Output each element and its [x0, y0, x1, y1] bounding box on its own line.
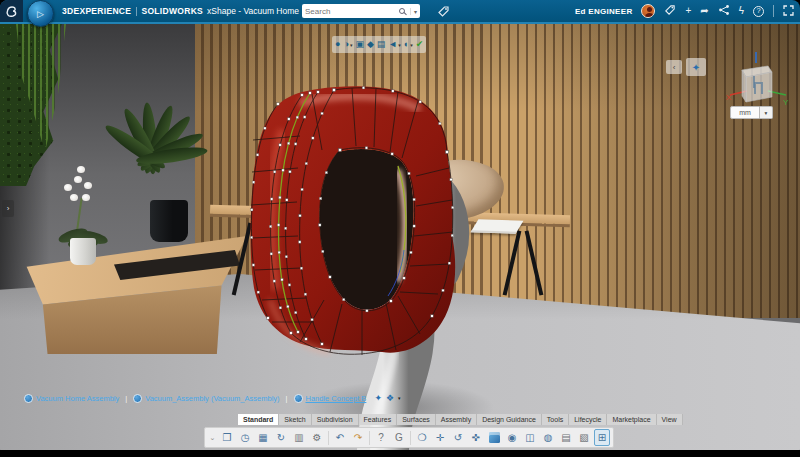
tab-design-guidance[interactable]: Design Guidance	[477, 414, 542, 425]
refresh-icon[interactable]: ↻	[273, 429, 289, 446]
breadcrumb-item-assembly[interactable]: Vacuum_Assembly (Vacuum_Assembly)	[133, 394, 279, 403]
new-content-icon[interactable]: ❐	[219, 429, 235, 446]
toolbar-divider	[369, 431, 370, 445]
assembly-icon	[24, 394, 33, 403]
redo-icon[interactable]: ↷	[350, 429, 366, 446]
settings-gear-icon[interactable]: ⚙	[309, 429, 325, 446]
search-icon[interactable]	[399, 8, 405, 14]
breadcrumb-tools: ✦ ❖ ▾	[374, 393, 400, 403]
units-caret-icon[interactable]: ▾	[760, 106, 773, 119]
help-icon[interactable]: ?	[373, 429, 389, 446]
expand-view-icon[interactable]: ⊞	[594, 429, 610, 446]
3d-viewport[interactable]: ● ◑▾ ▣ ◆ ▤ ◄▾ ◐▾ ✔ ‹ ✦ X Y	[0, 24, 800, 450]
y-axis-label: Y	[783, 98, 789, 107]
panel-expand-handle[interactable]: ›	[2, 200, 14, 217]
maturity-lock-icon[interactable]: G	[391, 429, 407, 446]
app-tool-icon-1[interactable]: ✦	[374, 393, 382, 403]
top-bar: 3DEXPERIENCE | SOLIDWORKS xShape - Vacuu…	[0, 0, 800, 22]
collapse-panel-button[interactable]: ‹	[666, 60, 682, 74]
breadcrumb-item-part[interactable]: Handle Concept B	[294, 394, 367, 403]
breadcrumb-separator: |	[125, 394, 127, 403]
select-filter-icon[interactable]: ◄▾	[388, 40, 400, 49]
orchid-flower	[82, 194, 90, 201]
tab-subdivision[interactable]: Subdivision	[312, 414, 359, 425]
units-selector[interactable]: mm ▾	[730, 106, 773, 119]
capture-icon[interactable]: ▣	[355, 40, 364, 49]
tag-glyph	[437, 5, 450, 18]
view-mode-icon[interactable]: ◑▾	[343, 40, 352, 49]
zoom-icon[interactable]: ❍	[414, 429, 430, 446]
brand-divider: |	[135, 6, 137, 16]
section-icon[interactable]: ◫	[522, 429, 538, 446]
tab-sketch[interactable]: Sketch	[279, 414, 311, 425]
environment-icon[interactable]: ◐▾	[404, 40, 413, 49]
orchid-flower	[77, 166, 85, 173]
network-share-icon[interactable]	[718, 4, 730, 18]
tab-standard[interactable]: Standard	[238, 414, 279, 425]
paste-icon[interactable]: ▥	[291, 429, 307, 446]
app-title[interactable]: xShape - Vacuum Home	[207, 6, 299, 16]
save-icon[interactable]: ▦	[255, 429, 271, 446]
titlebar-divider	[773, 5, 774, 17]
part-icon	[294, 394, 303, 403]
pan-icon[interactable]: ✛	[432, 429, 448, 446]
toolbar-divider	[328, 431, 329, 445]
widget-button[interactable]: ✦	[686, 58, 706, 76]
chevron-left-icon: ‹	[673, 63, 676, 72]
tab-features[interactable]: Features	[359, 414, 398, 425]
undo-icon[interactable]: ↶	[332, 429, 348, 446]
search-bar[interactable]: ▾	[302, 4, 420, 18]
ribbon-tab-bar: Standard Sketch Subdivision Features Sur…	[238, 414, 683, 425]
iso-view-cube-icon[interactable]	[486, 429, 502, 446]
tab-lifecycle[interactable]: Lifecycle	[569, 414, 607, 425]
user-avatar[interactable]	[641, 4, 655, 18]
add-icon[interactable]: +	[685, 6, 691, 16]
orchid-flower	[70, 194, 78, 201]
orbit-icon[interactable]: ↺	[450, 429, 466, 446]
bottom-black-bar	[0, 450, 800, 457]
viewport-display-toolbar: ● ◑▾ ▣ ◆ ▤ ◄▾ ◐▾ ✔	[332, 36, 426, 53]
search-input[interactable]	[305, 7, 399, 16]
compass-button[interactable]: ▷	[27, 0, 54, 27]
units-value: mm	[730, 106, 760, 119]
3ds-logo-glyph	[4, 3, 20, 19]
recent-icon[interactable]: ◷	[237, 429, 253, 446]
tab-tools[interactable]: Tools	[542, 414, 569, 425]
network-glyph	[718, 4, 730, 16]
orchid-flower	[84, 182, 92, 189]
panels-icon[interactable]: ▤	[558, 429, 574, 446]
fullscreen-icon[interactable]	[783, 5, 794, 18]
appearance-icon[interactable]: ◍	[540, 429, 556, 446]
tools-caret-icon[interactable]: ▾	[398, 395, 401, 401]
help-icon[interactable]: ?	[753, 6, 764, 17]
manipulators-icon[interactable]: ▧	[576, 429, 592, 446]
zoom-fit-icon[interactable]: ✜	[468, 429, 484, 446]
tag-icon[interactable]	[436, 4, 450, 18]
user-name[interactable]: Ed ENGINEER	[575, 7, 633, 16]
breadcrumb-item-root[interactable]: Vacuum Home Assembly	[24, 394, 119, 403]
tab-marketplace[interactable]: Marketplace	[607, 414, 656, 425]
notification-tag-icon[interactable]	[664, 4, 676, 18]
collapse-chevron-icon[interactable]: ⌄	[208, 429, 217, 446]
scene-settings-icon[interactable]: ▤	[377, 40, 386, 49]
cube-front-face[interactable]	[746, 72, 772, 102]
snap-icon[interactable]: ◆	[367, 40, 374, 49]
tab-view[interactable]: View	[657, 414, 683, 425]
assembly-icon	[133, 394, 142, 403]
action-bar: ⌄ ❐ ◷ ▦ ↻ ▥ ⚙ ↶ ↷ ? G ❍ ✛ ↺ ✜ ◉ ◫ ◍ ▤ ▧ …	[204, 427, 614, 448]
tab-assembly[interactable]: Assembly	[436, 414, 477, 425]
search-options-caret-icon[interactable]: ▾	[410, 8, 417, 15]
titlebar-right-cluster: Ed ENGINEER + ➦ ϟ ?	[575, 0, 794, 22]
share-icon[interactable]: ➦	[700, 6, 708, 16]
fullscreen-glyph	[783, 5, 794, 16]
lightning-icon[interactable]: ϟ	[739, 6, 744, 16]
tab-surfaces[interactable]: Surfaces	[397, 414, 436, 425]
breadcrumb: Vacuum Home Assembly | Vacuum_Assembly (…	[24, 392, 401, 404]
app-tool-icon-2[interactable]: ❖	[386, 393, 394, 403]
breadcrumb-label: Vacuum Home Assembly	[36, 394, 119, 403]
3ds-logo[interactable]	[0, 0, 23, 22]
shaded-view-icon[interactable]: ●	[335, 40, 340, 49]
app-branding: 3DEXPERIENCE | SOLIDWORKS xShape - Vacuu…	[62, 0, 309, 22]
hide-show-icon[interactable]: ◉	[504, 429, 520, 446]
validate-icon[interactable]: ✔	[416, 40, 424, 49]
